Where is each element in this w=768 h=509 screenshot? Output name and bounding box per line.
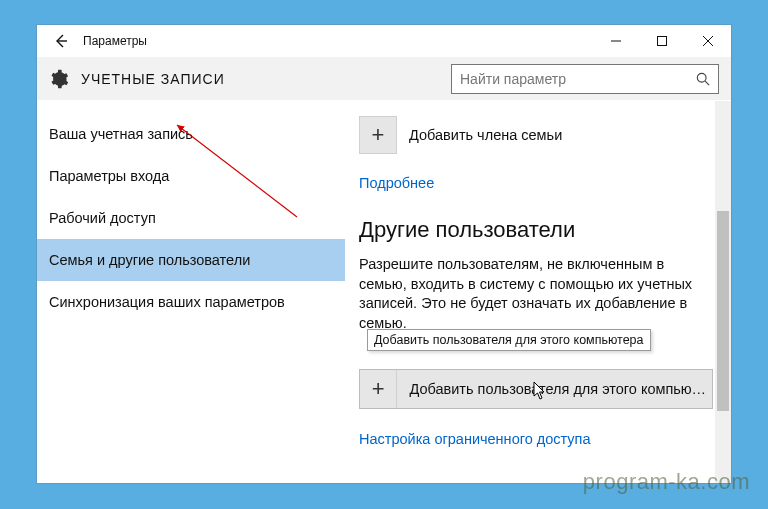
maximize-button[interactable] [639, 25, 685, 57]
gear-icon [45, 65, 73, 93]
sidebar-item-label: Синхронизация ваших параметров [49, 294, 285, 310]
svg-rect-2 [658, 37, 667, 46]
page-title: УЧЕТНЫЕ ЗАПИСИ [81, 71, 225, 87]
scrollbar[interactable] [715, 101, 731, 483]
search-placeholder: Найти параметр [460, 71, 694, 87]
add-family-member-button[interactable]: + Добавить члена семьи [359, 115, 713, 155]
settings-window: Параметры УЧЕТНЫЕ ЗАПИСИ Найти параметр … [36, 24, 732, 484]
add-family-label: Добавить члена семьи [409, 127, 562, 143]
add-other-user-button[interactable]: + Добавить пользователя для этого компью… [359, 369, 713, 409]
sidebar: Ваша учетная запись Параметры входа Рабо… [37, 101, 345, 483]
sidebar-item-family-users[interactable]: Семья и другие пользователи [37, 239, 345, 281]
tooltip: Добавить пользователя для этого компьюте… [367, 329, 651, 351]
other-users-description: Разрешите пользователям, не включенным в… [359, 255, 713, 333]
titlebar: Параметры [37, 25, 731, 57]
plus-icon: + [360, 370, 397, 408]
svg-line-6 [705, 81, 709, 85]
search-input[interactable]: Найти параметр [451, 64, 719, 94]
search-icon [694, 72, 712, 86]
sidebar-item-label: Ваша учетная запись [49, 126, 193, 142]
back-button[interactable] [41, 25, 81, 57]
plus-icon: + [359, 116, 397, 154]
sidebar-item-signin-options[interactable]: Параметры входа [37, 155, 345, 197]
header-row: УЧЕТНЫЕ ЗАПИСИ Найти параметр [37, 57, 731, 101]
window-title: Параметры [83, 34, 147, 48]
other-users-heading: Другие пользователи [359, 217, 713, 243]
add-other-user-label: Добавить пользователя для этого компьют… [409, 381, 708, 397]
sidebar-item-label: Параметры входа [49, 168, 169, 184]
content-pane: + Добавить члена семьи Подробнее Другие … [345, 101, 731, 483]
sidebar-item-label: Семья и другие пользователи [49, 252, 250, 268]
scrollbar-thumb[interactable] [717, 211, 729, 411]
close-button[interactable] [685, 25, 731, 57]
minimize-button[interactable] [593, 25, 639, 57]
svg-point-5 [697, 73, 706, 82]
sidebar-item-work-access[interactable]: Рабочий доступ [37, 197, 345, 239]
restricted-access-link[interactable]: Настройка ограниченного доступа [359, 431, 713, 447]
sidebar-item-label: Рабочий доступ [49, 210, 156, 226]
sidebar-item-sync[interactable]: Синхронизация ваших параметров [37, 281, 345, 323]
more-link[interactable]: Подробнее [359, 175, 713, 191]
body: Ваша учетная запись Параметры входа Рабо… [37, 101, 731, 483]
sidebar-item-account[interactable]: Ваша учетная запись [37, 113, 345, 155]
